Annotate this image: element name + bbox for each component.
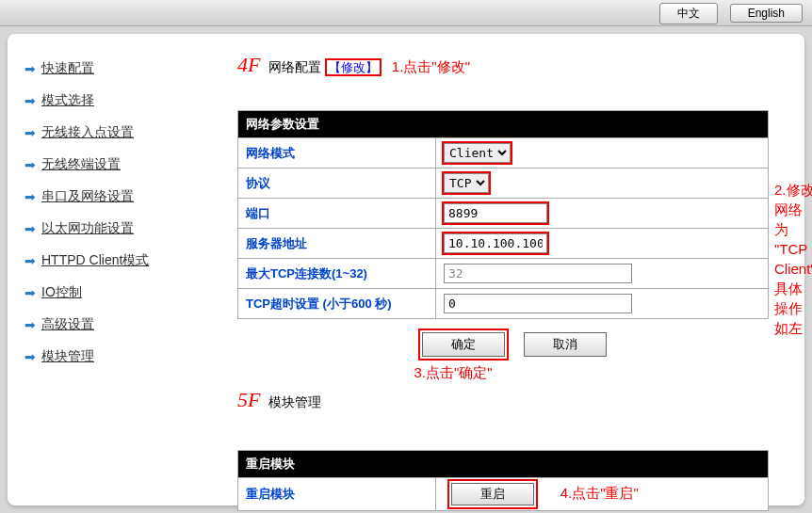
section5-title: 模块管理 <box>268 394 321 409</box>
arrow-icon: ➡ <box>24 189 36 204</box>
sidebar-item-mode[interactable]: 模式选择 <box>41 92 94 109</box>
restart-header: 重启模块 <box>238 451 769 478</box>
restart-button[interactable]: 重启 <box>451 483 534 505</box>
sidebar-item-io[interactable]: IO控制 <box>41 284 82 301</box>
arrow-icon: ➡ <box>24 349 36 364</box>
label-protocol: 协议 <box>238 168 436 199</box>
sidebar-item-serial[interactable]: 串口及网络设置 <box>41 188 134 205</box>
protocol-select[interactable]: TCP <box>444 173 489 193</box>
label-mode: 网络模式 <box>238 138 436 168</box>
arrow-icon: ➡ <box>24 317 36 332</box>
label-server: 服务器地址 <box>238 229 436 259</box>
label-port: 端口 <box>238 199 436 229</box>
sidebar-item-eth[interactable]: 以太网功能设置 <box>41 220 134 237</box>
network-mode-select[interactable]: Client <box>444 143 511 163</box>
timeout-input[interactable] <box>444 294 632 313</box>
annotation-1: 1.点击"修改" <box>392 58 470 74</box>
network-params-table: 网络参数设置 网络模式 Client 协议 TCP 端口 服务器地址 <box>237 110 769 319</box>
maxtcp-input <box>444 264 632 283</box>
label-maxtcp: 最大TCP连接数(1~32) <box>238 259 436 289</box>
port-input[interactable] <box>444 203 547 223</box>
sidebar-item-quick[interactable]: 快速配置 <box>41 60 94 77</box>
restart-label: 重启模块 <box>238 478 436 511</box>
step-5f-marker: 5F <box>237 388 260 411</box>
cancel-button[interactable]: 取消 <box>524 332 607 357</box>
table-header: 网络参数设置 <box>238 111 769 138</box>
annotation-3: 3.点击"确定" <box>115 364 791 382</box>
label-timeout: TCP超时设置 (小于600 秒) <box>238 289 436 319</box>
restart-table: 重启模块 重启模块 重启 4.点击"重启" <box>237 450 769 511</box>
sidebar-item-adv[interactable]: 高级设置 <box>41 316 94 333</box>
arrow-icon: ➡ <box>24 285 36 300</box>
sidebar-item-sta[interactable]: 无线终端设置 <box>41 156 121 173</box>
arrow-icon: ➡ <box>24 221 36 236</box>
lang-cn-button[interactable]: 中文 <box>659 3 718 24</box>
arrow-icon: ➡ <box>24 93 36 108</box>
modify-link[interactable]: 【修改】 <box>325 58 382 76</box>
arrow-icon: ➡ <box>24 157 36 172</box>
annotation-4: 4.点击"重启" <box>560 485 639 501</box>
arrow-icon: ➡ <box>24 61 36 76</box>
sidebar-item-module[interactable]: 模块管理 <box>41 348 94 365</box>
annotation-2: 2.修改网络为 "TCP Client" 具体操作如左 <box>774 180 812 338</box>
server-input[interactable] <box>444 233 547 253</box>
sidebar-item-httpd[interactable]: HTTPD Client模式 <box>41 252 149 269</box>
arrow-icon: ➡ <box>24 253 36 268</box>
sidebar-item-ap[interactable]: 无线接入点设置 <box>41 124 134 141</box>
section-title: 网络配置 <box>268 59 321 74</box>
ok-button[interactable]: 确定 <box>422 332 505 357</box>
arrow-icon: ➡ <box>24 125 36 140</box>
sidebar: ➡快速配置 ➡模式选择 ➡无线接入点设置 ➡无线终端设置 ➡串口及网络设置 ➡以… <box>21 53 190 496</box>
lang-en-button[interactable]: English <box>730 4 803 23</box>
step-4f-marker: 4F <box>237 53 260 76</box>
